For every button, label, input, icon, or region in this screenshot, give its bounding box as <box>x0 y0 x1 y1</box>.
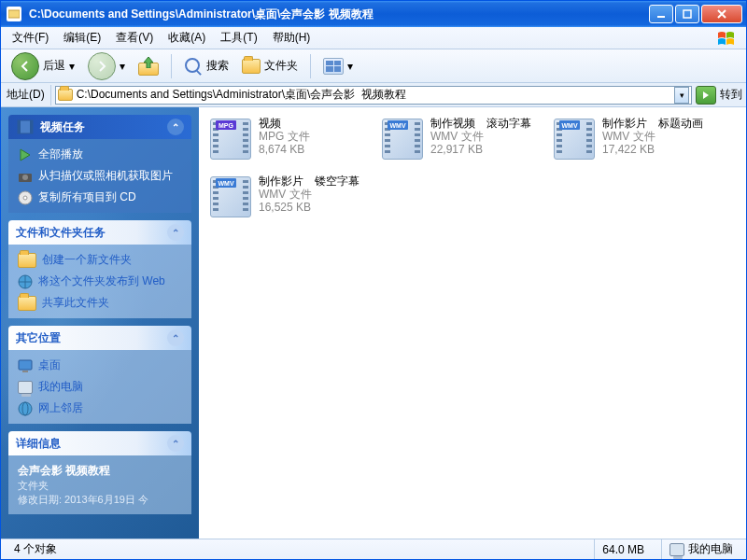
svg-rect-1 <box>657 16 665 18</box>
up-button[interactable] <box>134 54 163 78</box>
file-name: 制作影片 标题动画 <box>602 117 703 130</box>
share-folder-icon <box>18 296 36 311</box>
details-modified: 修改日期: 2013年6月19日 今 <box>18 493 182 507</box>
forward-icon <box>88 52 116 80</box>
task-share-folder[interactable]: 共享此文件夹 <box>18 295 182 311</box>
menu-file[interactable]: 文件(F) <box>5 27 56 49</box>
search-icon <box>184 57 203 76</box>
panel-header-video[interactable]: 视频任务 ⌃ <box>8 115 191 139</box>
views-icon <box>323 58 344 75</box>
file-item[interactable]: WMV制作影片 镂空字幕WMV 文件16,525 KB <box>206 173 374 227</box>
details-body: 会声会影 视频教程 文件夹 修改日期: 2013年6月19日 今 <box>8 455 191 514</box>
file-size: 22,917 KB <box>430 143 531 156</box>
svg-point-9 <box>23 196 27 200</box>
file-type: WMV 文件 <box>430 130 531 143</box>
folder-icon <box>242 59 261 74</box>
file-type: MPG 文件 <box>259 130 310 143</box>
file-type: WMV 文件 <box>602 130 703 143</box>
video-file-icon: WMV <box>552 117 597 161</box>
svg-rect-4 <box>18 120 21 133</box>
new-folder-icon <box>18 253 36 268</box>
go-button[interactable] <box>696 86 716 105</box>
chevron-down-icon: ▾ <box>120 60 125 73</box>
address-bar: 地址(D) ▾ 转到 <box>1 83 746 107</box>
file-item[interactable]: WMV制作影片 标题动画WMV 文件17,422 KB <box>550 115 718 169</box>
task-publish-web[interactable]: 将这个文件夹发布到 Web <box>18 273 182 289</box>
search-button[interactable]: 搜索 <box>179 54 233 78</box>
camera-icon <box>18 169 33 184</box>
search-label: 搜索 <box>206 58 229 74</box>
maximize-button[interactable] <box>675 5 699 23</box>
file-size: 8,674 KB <box>259 143 310 156</box>
tasks-sidebar: 视频任务 ⌃ 全部播放 从扫描仪或照相机获取图片 复制所有项目到 CD 文件和文… <box>1 107 199 539</box>
collapse-icon[interactable]: ⌃ <box>167 435 184 452</box>
status-location: 我的电脑 <box>661 539 740 559</box>
panel-header-details[interactable]: 详细信息 ⌃ <box>8 431 191 455</box>
file-item[interactable]: MPG视频MPG 文件8,674 KB <box>206 115 374 169</box>
task-copy-to-cd[interactable]: 复制所有项目到 CD <box>18 189 182 205</box>
address-field[interactable]: ▾ <box>55 86 692 105</box>
svg-rect-5 <box>30 120 33 133</box>
file-size: 17,422 KB <box>602 143 703 156</box>
svg-rect-11 <box>19 360 32 370</box>
folders-label: 文件夹 <box>264 58 298 74</box>
panel-header-filetasks[interactable]: 文件和文件夹任务 ⌃ <box>8 220 191 245</box>
windows-flag-icon <box>712 29 742 48</box>
folders-button[interactable]: 文件夹 <box>237 55 303 77</box>
panel-header-other[interactable]: 其它位置 ⌃ <box>8 326 191 350</box>
folder-icon <box>58 89 73 101</box>
desktop-icon <box>18 358 33 373</box>
link-network[interactable]: 网上邻居 <box>18 400 182 416</box>
panel-title: 视频任务 <box>40 119 85 135</box>
status-count: 4 个对象 <box>7 539 585 559</box>
globe-icon <box>18 274 33 289</box>
computer-icon <box>18 381 33 394</box>
chevron-down-icon: ▾ <box>347 60 353 73</box>
film-icon <box>16 119 35 135</box>
menu-favorites[interactable]: 收藏(A) <box>161 27 213 49</box>
address-input[interactable] <box>77 89 670 102</box>
address-dropdown[interactable]: ▾ <box>674 87 689 104</box>
menu-tools[interactable]: 工具(T) <box>213 27 264 49</box>
file-item[interactable]: WMV制作视频 滚动字幕WMV 文件22,917 KB <box>378 115 546 169</box>
menu-help[interactable]: 帮助(H) <box>265 27 318 49</box>
toolbar: 后退 ▾ ▾ 搜索 文件夹 ▾ <box>1 49 746 83</box>
link-desktop[interactable]: 桌面 <box>18 357 182 373</box>
task-get-from-scanner[interactable]: 从扫描仪或照相机获取图片 <box>18 168 182 184</box>
file-name: 制作影片 镂空字幕 <box>259 175 359 188</box>
file-name: 制作视频 滚动字幕 <box>430 117 531 130</box>
panel-title: 详细信息 <box>16 436 61 452</box>
forward-button[interactable]: ▾ <box>83 49 130 83</box>
task-new-folder[interactable]: 创建一个新文件夹 <box>18 252 182 268</box>
collapse-icon[interactable]: ⌃ <box>167 119 184 135</box>
go-label: 转到 <box>720 87 742 103</box>
views-button[interactable]: ▾ <box>318 55 358 77</box>
file-size: 16,525 KB <box>259 201 359 214</box>
panel-title: 文件和文件夹任务 <box>16 225 106 241</box>
file-list-area[interactable]: MPG视频MPG 文件8,674 KBWMV制作视频 滚动字幕WMV 文件22,… <box>199 107 746 539</box>
video-file-icon: WMV <box>208 175 253 219</box>
menubar: 文件(F) 编辑(E) 查看(V) 收藏(A) 工具(T) 帮助(H) <box>1 27 746 49</box>
link-my-computer[interactable]: 我的电脑 <box>18 379 182 395</box>
back-label: 后退 <box>43 58 65 74</box>
menu-edit[interactable]: 编辑(E) <box>56 27 108 49</box>
chevron-down-icon: ▾ <box>69 60 75 73</box>
address-label: 地址(D) <box>5 87 47 103</box>
titlebar[interactable]: C:\Documents and Settings\Administrator\… <box>1 1 746 27</box>
svg-rect-0 <box>8 10 20 18</box>
back-button[interactable]: 后退 ▾ <box>7 49 79 83</box>
panel-title: 其它位置 <box>16 330 61 346</box>
separator <box>310 54 311 78</box>
task-play-all[interactable]: 全部播放 <box>18 147 182 162</box>
window-icon <box>7 7 21 21</box>
minimize-button[interactable] <box>649 5 673 23</box>
close-button[interactable] <box>701 5 742 23</box>
menu-view[interactable]: 查看(V) <box>108 27 161 49</box>
up-folder-icon <box>138 57 159 76</box>
svg-rect-12 <box>22 371 28 372</box>
collapse-icon[interactable]: ⌃ <box>167 329 184 346</box>
window-title: C:\Documents and Settings\Administrator\… <box>25 7 649 22</box>
separator <box>171 54 172 78</box>
collapse-icon[interactable]: ⌃ <box>167 224 184 241</box>
svg-rect-2 <box>684 10 691 18</box>
